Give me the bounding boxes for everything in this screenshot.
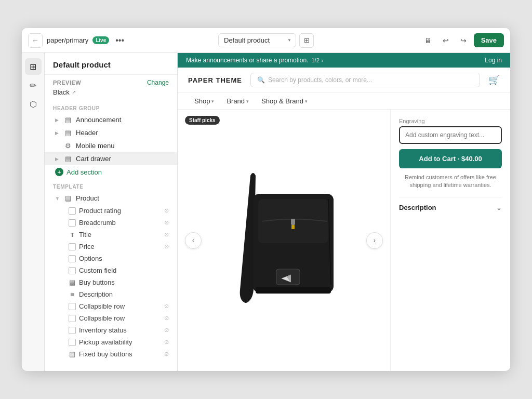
expand-icon: ▶ (55, 156, 60, 162)
add-section-button[interactable]: + Add section (45, 165, 177, 179)
tree-sub-item-collapsible-row-2[interactable]: Collapsible row ⊘ (45, 312, 177, 324)
visibility-icon[interactable]: ⊘ (164, 243, 169, 250)
visibility-icon[interactable]: ⊘ (164, 303, 169, 310)
mobile-menu-icon: ⚙ (63, 142, 73, 150)
sidebar-icon-sections[interactable]: ⊞ (25, 58, 42, 75)
staff-picks-badge: Staff picks (185, 116, 220, 125)
tree-item-header[interactable]: ▶ ▤ Header (45, 126, 177, 139)
nav-item-brand[interactable]: Brand ▾ (220, 93, 255, 109)
main-area: ⊞ ✏ ⬡ Default product PREVIEW Change Bla… (22, 53, 510, 371)
product-content: Staff picks ‹ (178, 110, 510, 371)
plus-icon: + (55, 168, 63, 176)
sub-icon: ▤ (69, 279, 76, 286)
undo-button[interactable]: ↩ (438, 33, 453, 48)
prev-image-button[interactable]: ‹ (185, 232, 202, 249)
collapsible-row-1-label: Collapsible row (79, 302, 125, 310)
next-image-button[interactable]: › (366, 232, 383, 249)
preview-label: PREVIEW (53, 79, 81, 86)
back-icon: ← (32, 36, 39, 45)
visibility-icon[interactable]: ⊘ (164, 351, 169, 357)
expand-icon: ▼ (55, 196, 60, 201)
nav-shop-label: Shop (194, 97, 210, 105)
cart-drawer-icon: ▤ (63, 155, 73, 163)
tree-item-announcement[interactable]: ▶ ▤ Announcement (45, 113, 177, 126)
left-panel: Default product PREVIEW Change Black ↗ H… (45, 53, 178, 371)
change-link[interactable]: Change (147, 79, 169, 86)
visibility-icon[interactable]: ⊘ (164, 219, 169, 226)
left-arrow-icon: ‹ (192, 236, 194, 244)
announcement-text-area: Make announcements or share a promotion.… (186, 57, 323, 64)
tree-sub-item-custom-field[interactable]: Custom field (45, 264, 177, 276)
mobile-menu-label: Mobile menu (76, 142, 169, 150)
product-label: Product (76, 194, 169, 202)
tree-sub-item-inventory-status[interactable]: Inventory status ⊘ (45, 324, 177, 336)
grid-icon: ⊞ (304, 36, 310, 44)
grid-view-button[interactable]: ⊞ (299, 33, 314, 48)
login-link[interactable]: Log in (485, 57, 502, 64)
preview-area: Make announcements or share a promotion.… (178, 53, 510, 371)
tree-sub-item-collapsible-row-1[interactable]: Collapsible row ⊘ (45, 300, 177, 312)
product-select-wrapper: Default product (218, 33, 296, 47)
tree-sub-item-buy-buttons[interactable]: ▤ Buy buttons (45, 276, 177, 288)
product-select[interactable]: Default product (218, 33, 296, 47)
more-options-button[interactable]: ••• (113, 34, 126, 47)
sidebar-icons: ⊞ ✏ ⬡ (22, 53, 45, 371)
live-badge: Live (92, 36, 109, 44)
visibility-icon[interactable]: ⊘ (164, 315, 169, 322)
tree-item-cart-drawer[interactable]: ▶ ▤ Cart drawer (45, 152, 177, 165)
sub-icon (69, 315, 76, 322)
tree-sub-item-title[interactable]: T Title ⊘ (45, 229, 177, 241)
preview-row: PREVIEW Change (45, 75, 177, 88)
nav-brand-label: Brand (227, 97, 245, 105)
title-sub-label: Title (79, 231, 91, 238)
product-image (224, 165, 344, 316)
header-label: Header (76, 129, 169, 137)
nav-item-shop-brand[interactable]: Shop & Brand ▾ (255, 93, 314, 109)
svg-rect-4 (256, 287, 331, 294)
cart-icon[interactable]: 🛒 (488, 74, 500, 86)
sidebar-icon-brush[interactable]: ✏ (25, 77, 42, 94)
sub-icon (69, 255, 76, 262)
sidebar-icon-apps[interactable]: ⬡ (25, 96, 42, 112)
description-sub-label: Description (79, 290, 113, 298)
redo-button[interactable]: ↪ (456, 33, 471, 48)
save-button[interactable]: Save (474, 33, 504, 47)
tree-sub-item-options[interactable]: Options (45, 252, 177, 264)
header-icon: ▤ (63, 129, 73, 137)
store-brand: PAPER THEME (188, 76, 242, 84)
app-window: ← paper/primary Live ••• Default product… (22, 28, 510, 371)
redo-icon: ↪ (460, 36, 467, 45)
product-images: Staff picks ‹ (178, 110, 391, 371)
promo-text: Remind customers of offers like free shi… (399, 174, 502, 190)
tree-item-product[interactable]: ▼ ▤ Product (45, 192, 177, 205)
tree-sub-item-pickup-availability[interactable]: Pickup availability ⊘ (45, 336, 177, 348)
preview-frame: Make announcements or share a promotion.… (178, 53, 510, 371)
monitor-button[interactable]: 🖥 (421, 33, 435, 48)
visibility-icon[interactable]: ⊘ (164, 207, 169, 214)
back-button[interactable]: ← (28, 33, 43, 48)
search-icon: 🔍 (257, 76, 265, 84)
visibility-icon[interactable]: ⊘ (164, 327, 169, 334)
tree-sub-item-description[interactable]: ≡ Description (45, 288, 177, 300)
nav-item-shop[interactable]: Shop ▾ (188, 93, 220, 109)
tree-item-mobile-menu[interactable]: ⚙ Mobile menu (45, 139, 177, 152)
tree-sub-item-breadcrumb[interactable]: Breadcrumb ⊘ (45, 217, 177, 229)
tree-sub-item-price[interactable]: Price ⊘ (45, 241, 177, 252)
add-to-cart-button[interactable]: Add to Cart · $40.00 (399, 149, 502, 168)
fixed-buy-buttons-label: Fixed buy buttons (79, 350, 132, 358)
add-section-label: Add section (66, 168, 102, 176)
options-sub-label: Options (79, 255, 102, 262)
sub-icon (69, 243, 76, 250)
top-bar-center: Default product ⊞ (218, 33, 314, 48)
engraving-input[interactable] (399, 126, 502, 144)
visibility-icon[interactable]: ⊘ (164, 339, 169, 345)
tree-sub-item-product-rating[interactable]: Product rating ⊘ (45, 205, 177, 217)
store-search-bar[interactable]: 🔍 Search by products, colors, or more... (250, 73, 480, 87)
breadcrumb-sub-label: Breadcrumb (79, 219, 116, 227)
custom-field-sub-label: Custom field (79, 267, 116, 274)
template-label: TEMPLATE (45, 179, 177, 192)
tree-sub-item-fixed-buy-buttons[interactable]: ▤ Fixed buy buttons ⊘ (45, 348, 177, 360)
expand-icon: ▶ (55, 130, 60, 136)
description-row[interactable]: Description ⌄ (399, 197, 502, 211)
visibility-icon[interactable]: ⊘ (164, 231, 169, 238)
